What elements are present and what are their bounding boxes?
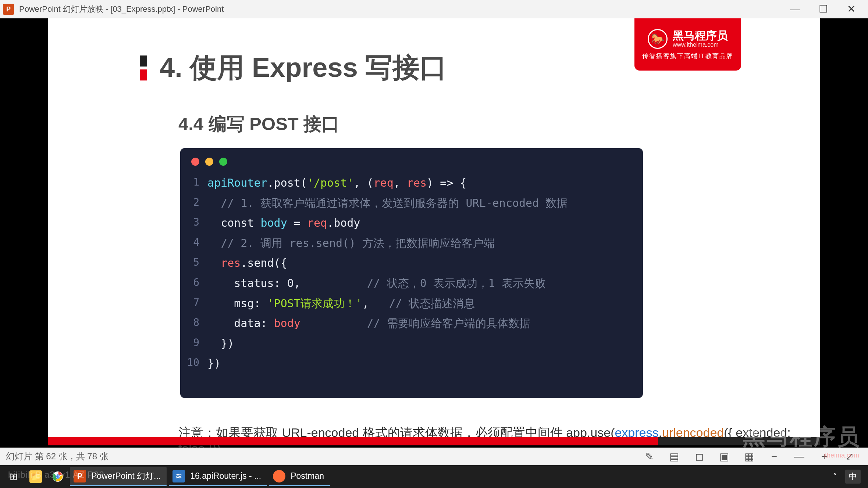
brand-logo-icon: 🐎: [648, 29, 668, 49]
code-lines: 1apiRouter.post('/post', (req, res) => {…: [180, 173, 643, 374]
brand-logo: 🐎 黑马程序员 www.itheima.com 传智播客旗下高端IT教育品牌: [634, 18, 741, 71]
vscode-icon: ≋: [172, 470, 185, 482]
code-block: 1apiRouter.post('/post', (req, res) => {…: [180, 148, 643, 398]
taskbar-tray: ˄ 中: [833, 470, 864, 484]
powerpoint-icon: P: [74, 470, 86, 482]
close-icon[interactable]: ✕: [846, 4, 856, 14]
code-text: status: 0, // 状态，0 表示成功，1 表示失败: [207, 273, 546, 294]
video-watermark-sub: itheima.com: [823, 452, 859, 459]
notes-view-icon[interactable]: ▤: [669, 451, 680, 463]
code-line: 10}): [185, 354, 638, 374]
tray-chevron-up-icon[interactable]: ˄: [833, 472, 837, 482]
zoom-slider-icon[interactable]: —: [794, 451, 805, 462]
pp-status-bar: 幻灯片 第 62 张，共 78 张 ✎ ▤ ◻ ▣ ▦ − — + ⤢: [0, 448, 868, 465]
code-text: const body = req.body: [207, 213, 360, 233]
slide-subtitle: 4.4 编写 POST 接口: [178, 112, 339, 136]
chrome-icon: [51, 470, 64, 483]
brand-url: www.itheima.com: [673, 42, 728, 48]
line-number: 9: [185, 334, 199, 354]
line-number: 7: [185, 294, 199, 314]
progress-remaining: [658, 437, 820, 445]
code-line: 1apiRouter.post('/post', (req, res) => {: [185, 173, 638, 193]
line-number: 3: [185, 213, 199, 233]
code-text: // 2. 调用 res.send() 方法，把数据响应给客户端: [207, 233, 495, 254]
taskbar-vscode[interactable]: ≋ 16.apiRouter.js - ...: [169, 467, 267, 486]
line-number: 8: [185, 313, 199, 334]
line-number: 6: [185, 273, 199, 294]
taskbar-vscode-label: 16.apiRouter.js - ...: [190, 471, 261, 481]
taskbar-start-button[interactable]: ⊞: [4, 467, 24, 486]
slideshow-stage: 4. 使用 Express 写接口 4.4 编写 POST 接口 🐎 黑马程序员…: [0, 18, 868, 451]
line-number: 2: [185, 193, 199, 214]
minimize-icon[interactable]: —: [790, 4, 800, 14]
window-title: PowerPoint 幻灯片放映 - [03_Express.pptx] - P…: [19, 4, 224, 15]
folder-icon: 📁: [29, 470, 42, 483]
code-line: 8 data: body // 需要响应给客户端的具体数据: [185, 313, 638, 334]
slideshow-view-icon[interactable]: ▣: [719, 451, 730, 463]
line-number: 1: [185, 173, 199, 193]
line-number: 10: [185, 354, 199, 374]
code-text: data: body // 需要响应给客户端的具体数据: [207, 313, 530, 334]
slide-counter: 幻灯片 第 62 张，共 78 张: [6, 451, 108, 462]
line-number: 5: [185, 253, 199, 273]
progress-played: [48, 437, 658, 445]
code-text: // 1. 获取客户端通过请求体，发送到服务器的 URL-encoded 数据: [207, 193, 568, 214]
code-line: 5 res.send({: [185, 253, 638, 273]
windows-start-icon: ⊞: [7, 470, 20, 483]
taskbar-postman[interactable]: Postman: [269, 467, 330, 486]
code-line: 3 const body = req.body: [185, 213, 638, 233]
brand-name: 黑马程序员: [673, 29, 728, 42]
code-line: 4 // 2. 调用 res.send() 方法，把数据响应给客户端: [185, 233, 638, 254]
pen-tool-icon[interactable]: ✎: [644, 451, 655, 463]
slide: 4. 使用 Express 写接口 4.4 编写 POST 接口 🐎 黑马程序员…: [48, 18, 820, 440]
taskbar-postman-label: Postman: [291, 471, 324, 481]
zoom-out-icon[interactable]: −: [769, 451, 780, 462]
code-text: msg: 'POST请求成功！', // 状态描述消息: [207, 294, 475, 314]
taskbar-powerpoint[interactable]: P PowerPoint 幻灯...: [70, 467, 167, 486]
powerpoint-app-icon: P: [3, 4, 14, 15]
reading-view-icon[interactable]: ◻: [694, 451, 705, 463]
code-text: }): [207, 354, 221, 374]
code-text: res.send({: [207, 253, 287, 273]
code-text: }): [207, 334, 234, 354]
postman-icon: [273, 470, 285, 482]
title-marker-icon: [140, 55, 147, 80]
ime-indicator[interactable]: 中: [845, 470, 861, 484]
maximize-icon[interactable]: ☐: [818, 4, 828, 14]
window-controls: — ☐ ✕: [790, 4, 865, 14]
slide-title: 4. 使用 Express 写接口: [160, 50, 447, 86]
slide-title-row: 4. 使用 Express 写接口: [140, 50, 447, 86]
grid-view-icon[interactable]: ▦: [744, 451, 755, 463]
code-line: 7 msg: 'POST请求成功！', // 状态描述消息: [185, 294, 638, 314]
window-traffic-lights-icon: [180, 155, 643, 173]
video-progress-bar[interactable]: [48, 437, 820, 445]
taskbar-powerpoint-label: PowerPoint 幻灯...: [91, 470, 161, 482]
pp-titlebar: P PowerPoint 幻灯片放映 - [03_Express.pptx] -…: [0, 0, 868, 18]
line-number: 4: [185, 233, 199, 254]
brand-tagline: 传智播客旗下高端IT教育品牌: [642, 52, 733, 60]
taskbar-explorer[interactable]: 📁: [26, 467, 46, 486]
code-text: apiRouter.post('/post', (req, res) => {: [207, 173, 466, 193]
code-line: 2 // 1. 获取客户端通过请求体，发送到服务器的 URL-encoded 数…: [185, 193, 638, 214]
taskbar-chrome[interactable]: [48, 467, 68, 486]
windows-taskbar: ⊞ 📁 P PowerPoint 幻灯... ≋ 16.apiRouter.js…: [0, 465, 868, 488]
svg-point-4: [56, 475, 59, 478]
code-line: 9 }): [185, 334, 638, 354]
code-line: 6 status: 0, // 状态，0 表示成功，1 表示失败: [185, 273, 638, 294]
